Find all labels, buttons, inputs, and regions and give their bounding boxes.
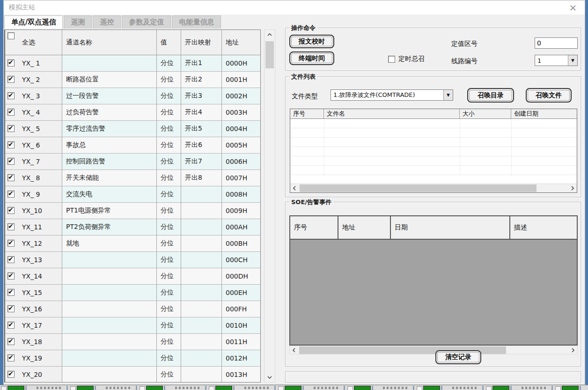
signal-table: 全选 通道名称 值 开出映射 地址 YX_ 1 分位 开出1 0000H	[4, 29, 261, 383]
scroll-right-icon[interactable]	[569, 346, 577, 354]
row-checkbox[interactable]	[7, 223, 15, 230]
green-status-block	[423, 386, 440, 390]
select-all-checkbox[interactable]	[7, 32, 15, 39]
table-row[interactable]: YX_14 分位 000DH	[5, 268, 260, 285]
scrollbar-thumb[interactable]	[265, 41, 274, 68]
row-channel-name: 事故总	[62, 137, 157, 153]
row-checkbox[interactable]	[7, 289, 15, 296]
row-checkbox[interactable]	[7, 59, 15, 66]
row-checkbox[interactable]	[7, 92, 15, 99]
row-output-map: 开出2	[181, 72, 222, 88]
row-checkbox[interactable]	[7, 174, 15, 181]
message-time-sync-button[interactable]: 报文校时	[289, 35, 334, 48]
table-row[interactable]: YX_11 PT2负荷侧异常 分位 000AH	[5, 219, 260, 235]
chevron-down-icon[interactable]: ▼	[443, 90, 453, 100]
row-checkbox[interactable]	[7, 272, 15, 280]
file-table-body	[290, 119, 577, 176]
scrollbar-thumb[interactable]	[300, 184, 537, 192]
table-row[interactable]: YX_ 3 过一段告警 分位 开出3 0002H	[5, 88, 260, 104]
row-checkbox[interactable]	[7, 240, 15, 247]
table-row[interactable]: YX_ 9 交流失电 分位 0008H	[5, 186, 260, 203]
clipped-label-text	[175, 387, 199, 389]
tab[interactable]: 电能量信息	[172, 15, 221, 29]
row-value: 分位	[157, 268, 181, 284]
tab-label: 遥测	[71, 18, 85, 27]
scroll-down-icon[interactable]	[265, 373, 275, 382]
file-type-select[interactable]: 1.故障录波文件(COMTRADE) ▼	[331, 89, 453, 101]
terminal-time-button[interactable]: 终端时间	[289, 52, 334, 65]
soe-table-hscrollbar[interactable]	[289, 346, 578, 354]
table-row[interactable]: YX_ 8 开关未储能 分位 开出8 0007H	[5, 170, 260, 186]
scroll-up-icon[interactable]	[265, 30, 275, 39]
table-row[interactable]: YX_16 分位 000FH	[5, 301, 260, 317]
row-id-cell: YX_ 7	[5, 154, 62, 169]
row-id: YX_14	[22, 272, 42, 280]
tab-label: 电能量信息	[179, 18, 214, 27]
table-row[interactable]: YX_ 6 事故总 分位 开出6 0005H	[5, 137, 260, 154]
table-row[interactable]: YX_ 5 零序过流告警 分位 开出5 0004H	[5, 121, 260, 137]
green-status-block	[492, 386, 509, 390]
setting-zone-input[interactable]	[535, 37, 578, 49]
row-checkbox[interactable]	[7, 76, 15, 83]
row-checkbox[interactable]	[7, 125, 15, 132]
row-checkbox[interactable]	[7, 256, 15, 263]
table-row[interactable]: YX_20 分位 0013H	[5, 367, 260, 383]
table-row[interactable]: YX_12 就地 分位 000BH	[5, 235, 260, 252]
table-row[interactable]: YX_ 7 控制回路告警 分位 开出7 0006H	[5, 154, 260, 170]
row-checkbox[interactable]	[7, 371, 15, 378]
clear-records-button[interactable]: 清空记录	[435, 350, 481, 364]
row-id: YX_20	[22, 371, 42, 378]
tab[interactable]: 遥控	[93, 15, 121, 29]
table-row[interactable]: YX_ 4 过负荷告警 分位 开出4 0003H	[5, 104, 260, 121]
timed-general-call-option[interactable]: 定时总召	[388, 55, 425, 63]
chevron-down-icon[interactable]: ▼	[568, 55, 577, 66]
signal-table-scrollbar[interactable]	[264, 29, 275, 383]
row-checkbox[interactable]	[7, 322, 15, 329]
device-status-indicator	[0, 385, 69, 390]
timed-general-call-checkbox[interactable]	[388, 56, 395, 63]
status-checkbox	[140, 386, 145, 390]
tab[interactable]: 参数及定值	[122, 15, 171, 29]
tab[interactable]: 遥测	[64, 15, 92, 29]
device-status-indicator	[416, 385, 485, 390]
table-row[interactable]: YX_10 PT1电源侧异常 分位 0009H	[5, 203, 260, 219]
row-checkbox[interactable]	[7, 338, 15, 345]
table-row[interactable]: YX_ 2 断路器位置 分位 开出2 0001H	[5, 72, 260, 88]
row-checkbox[interactable]	[7, 158, 15, 165]
table-row[interactable]: YX_17 分位 0010H	[5, 317, 260, 334]
row-checkbox[interactable]	[7, 354, 15, 361]
row-value: 分位	[157, 317, 181, 333]
row-channel-name: 零序过流告警	[62, 121, 157, 137]
close-icon[interactable]: ×	[568, 2, 578, 13]
row-output-map	[181, 317, 222, 333]
table-row[interactable]: YX_19 分位 0012H	[5, 350, 260, 367]
table-row[interactable]: YX_15 分位 000EH	[5, 285, 260, 301]
row-id: YX_18	[22, 338, 42, 346]
device-status-indicator	[139, 385, 208, 390]
row-checkbox[interactable]	[7, 305, 15, 312]
row-output-map	[181, 252, 222, 268]
row-checkbox[interactable]	[7, 141, 15, 148]
file-table: 序号 文件名 大小 创建日期	[290, 109, 577, 193]
scroll-left-icon[interactable]	[290, 346, 298, 354]
table-row[interactable]: YX_18 分位 0011H	[5, 334, 260, 350]
call-directory-button[interactable]: 召唤目录	[467, 88, 514, 103]
scroll-right-icon[interactable]	[568, 184, 577, 192]
row-output-map: 开出1	[181, 55, 222, 71]
table-row[interactable]: YX_ 1 分位 开出1 0000H	[5, 55, 260, 72]
table-row[interactable]: YX_13 分位 000CH	[5, 252, 260, 268]
row-channel-name	[62, 55, 157, 71]
tab[interactable]: 单点/双点遥信	[4, 15, 63, 29]
file-table-hscrollbar[interactable]	[290, 184, 577, 192]
row-output-map	[181, 203, 222, 219]
row-address: 000CH	[222, 252, 260, 268]
row-checkbox[interactable]	[7, 191, 15, 198]
row-id: YX_17	[22, 322, 42, 329]
row-id: YX_ 4	[22, 109, 40, 116]
line-number-select[interactable]: 1 ▼	[535, 55, 578, 66]
scroll-left-icon[interactable]	[290, 184, 299, 192]
row-checkbox[interactable]	[7, 109, 15, 116]
row-checkbox[interactable]	[7, 207, 15, 214]
row-id-cell: YX_10	[5, 203, 62, 219]
call-file-button[interactable]: 召唤文件	[526, 88, 572, 103]
